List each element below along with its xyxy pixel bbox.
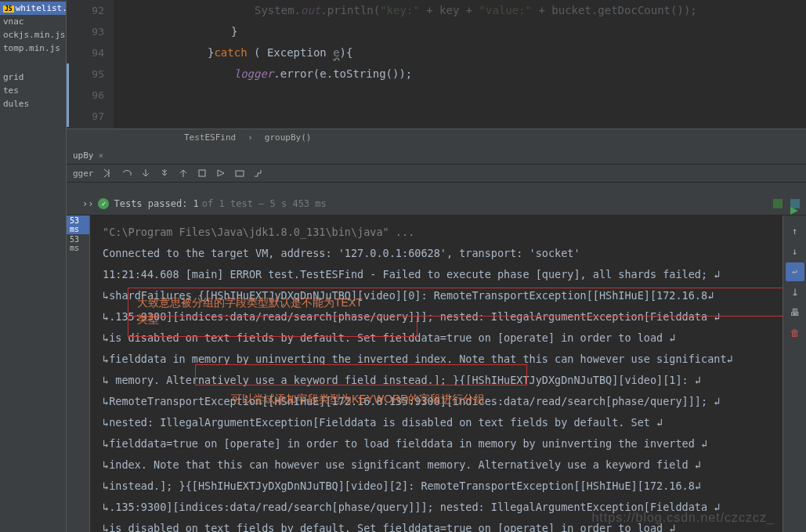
tests-passed-label: Tests passed: 1 <box>114 198 198 209</box>
annotation-text: 类型 <box>137 309 159 330</box>
debug-toolbar: gger <box>67 164 806 183</box>
console-output[interactable]: "C:\Program Files\Java\jdk1.8.0_131\bin\… <box>90 215 783 532</box>
test-tree-gutter: 53 ms 53 ms <box>67 215 90 532</box>
scroll-down-icon[interactable]: ↓ <box>786 242 804 261</box>
clear-icon[interactable]: 🗑 <box>786 324 804 342</box>
step-out-icon[interactable] <box>174 165 193 182</box>
step-over-icon[interactable] <box>117 165 136 182</box>
show-execution-icon[interactable] <box>99 165 117 182</box>
project-sidebar: JSwhitelist.js vnac ockjs.min.js tomp.mi… <box>0 0 67 532</box>
svg-rect-0 <box>199 170 205 176</box>
tests-duration: of 1 test – 5 s 453 ms <box>202 198 327 209</box>
line-gutter: 92 93 94 95 96 97 <box>67 0 114 128</box>
annotation-text: 大致意思被分组的字段类型默认是不能为TEXT <box>137 292 363 313</box>
side-rerun[interactable] <box>787 204 803 218</box>
step-into-icon[interactable] <box>136 165 155 182</box>
scroll-end-icon[interactable]: ⤓ <box>786 283 804 302</box>
file-sockjs[interactable]: ockjs.min.js <box>0 28 66 42</box>
force-step-icon[interactable] <box>155 165 174 182</box>
drop-frame-icon[interactable] <box>193 165 211 182</box>
sidebar-grid[interactable]: grid <box>0 71 66 84</box>
tool-tab-row: upBy× <box>67 147 806 164</box>
file-whitelist[interactable]: JSwhitelist.js <box>0 2 66 15</box>
code-editor[interactable]: 92 93 94 95 96 97 System.out.println("ke… <box>67 0 806 129</box>
ant-icon[interactable] <box>772 197 784 210</box>
scroll-up-icon[interactable]: ↑ <box>786 222 804 241</box>
test-status-bar: ›› ✓ Tests passed: 1 of 1 test – 5 s 453… <box>67 192 806 215</box>
file-stomp[interactable]: tomp.min.js <box>0 42 66 55</box>
code-area[interactable]: System.out.println("key:" + key + "value… <box>114 0 806 128</box>
time-badge[interactable]: 53 ms <box>67 215 89 234</box>
print-icon[interactable]: 🖶 <box>786 303 804 322</box>
watermark: https://blog.csdn.net/czczcz_ <box>591 507 775 528</box>
svg-rect-1 <box>236 171 244 176</box>
close-icon[interactable]: × <box>99 150 104 161</box>
pass-icon: ✓ <box>98 198 109 209</box>
run-cursor-icon[interactable] <box>211 165 230 182</box>
trace-icon[interactable] <box>249 165 268 182</box>
soft-wrap-icon[interactable]: ↩ <box>786 262 804 281</box>
time-badge[interactable]: 53 ms <box>67 234 89 253</box>
svg-rect-2 <box>773 199 783 208</box>
console-toolbar: ↑ ↓ ↩ ⤓ 🖶 🗑 <box>783 215 806 532</box>
sidebar-tes[interactable]: tes <box>0 84 66 97</box>
expand-arrows[interactable]: ›› <box>82 198 93 209</box>
tab-groupby[interactable]: upBy× <box>67 149 110 162</box>
sidebar-dules[interactable]: dules <box>0 97 66 110</box>
debugger-label: gger <box>68 165 99 182</box>
js-icon: JS <box>3 5 14 13</box>
annotation-text: 可以尝试添加字段类型为KEYWORD的字段进行分组 <box>231 389 485 410</box>
evaluate-icon[interactable] <box>230 165 249 182</box>
file-vnac[interactable]: vnac <box>0 15 66 28</box>
breadcrumb[interactable]: TestESFind›groupBy() <box>67 129 806 147</box>
